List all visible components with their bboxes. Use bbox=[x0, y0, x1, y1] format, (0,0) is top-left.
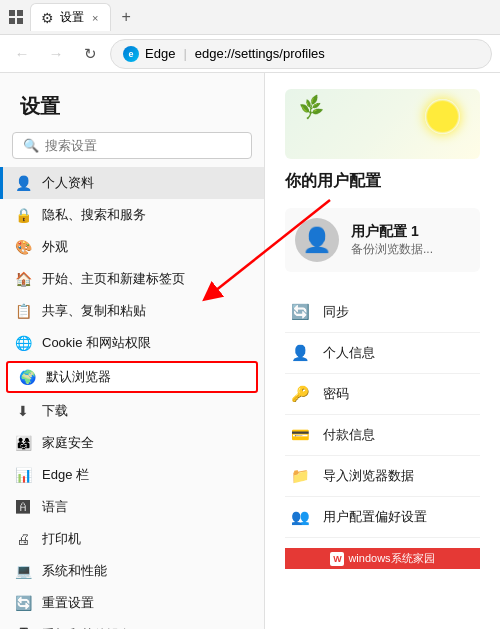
right-menu-list: 🔄 同步 👤 个人信息 🔑 密码 💳 付款信息 📁 导入浏览器数据 👥 用户配置… bbox=[285, 292, 480, 538]
sidebar-item-system[interactable]: 💻 系统和性能 bbox=[0, 555, 264, 587]
sidebar: 设置 🔍 👤 个人资料 🔒 隐私、搜索和服务 🎨 外观 🏠 开始、主页和新建标签… bbox=[0, 73, 265, 629]
sidebar-label-printer: 打印机 bbox=[42, 530, 252, 548]
gear-icon: ⚙ bbox=[41, 10, 54, 26]
right-menu-personal-info[interactable]: 👤 个人信息 bbox=[285, 333, 480, 374]
sidebar-label-newtab: 开始、主页和新建标签页 bbox=[42, 270, 252, 288]
payment-icon: 💳 bbox=[289, 424, 311, 446]
profile-banner: 🌿 bbox=[285, 89, 480, 159]
right-menu-sync[interactable]: 🔄 同步 bbox=[285, 292, 480, 333]
profile-info: 用户配置 1 备份浏览数据... bbox=[351, 223, 470, 258]
grid-icon bbox=[8, 9, 24, 25]
address-bar[interactable]: e Edge | edge://settings/profiles bbox=[110, 39, 492, 69]
address-brand: Edge bbox=[145, 46, 175, 61]
sidebar-item-printer[interactable]: 🖨 打印机 bbox=[0, 523, 264, 555]
personal-info-icon: 👤 bbox=[289, 342, 311, 364]
privacy-icon: 🔒 bbox=[14, 206, 32, 224]
right-panel-title: 你的用户配置 bbox=[285, 171, 480, 192]
family-icon: 👨‍👩‍👧 bbox=[14, 434, 32, 452]
prefs-icon: 👥 bbox=[289, 506, 311, 528]
newtab-icon: 🏠 bbox=[14, 270, 32, 288]
profile-card[interactable]: 👤 用户配置 1 备份浏览数据... bbox=[285, 208, 480, 272]
sun-decoration bbox=[425, 99, 460, 134]
reset-icon: 🔄 bbox=[14, 594, 32, 612]
svg-rect-3 bbox=[17, 18, 23, 24]
right-label-password: 密码 bbox=[323, 385, 476, 403]
right-label-import: 导入浏览器数据 bbox=[323, 467, 476, 485]
sidebar-title: 设置 bbox=[0, 73, 264, 132]
search-input[interactable] bbox=[45, 138, 241, 153]
sidebar-item-downloads[interactable]: ⬇ 下载 bbox=[0, 395, 264, 427]
sidebar-item-cookies[interactable]: 🌐 Cookie 和网站权限 bbox=[0, 327, 264, 359]
sidebar-label-share: 共享、复制和粘贴 bbox=[42, 302, 252, 320]
svg-rect-2 bbox=[9, 18, 15, 24]
sidebar-item-profile[interactable]: 👤 个人资料 bbox=[0, 167, 264, 199]
new-tab-button[interactable]: + bbox=[115, 8, 136, 26]
sidebar-label-profile: 个人资料 bbox=[42, 174, 252, 192]
refresh-button[interactable]: ↻ bbox=[76, 40, 104, 68]
svg-rect-1 bbox=[17, 10, 23, 16]
profile-icon: 👤 bbox=[14, 174, 32, 192]
tab-area: ⚙ 设置 × + bbox=[30, 3, 492, 31]
sidebar-label-edgebar: Edge 栏 bbox=[42, 466, 252, 484]
sidebar-label-default-browser: 默认浏览器 bbox=[46, 368, 246, 386]
cookies-icon: 🌐 bbox=[14, 334, 32, 352]
system-icon: 💻 bbox=[14, 562, 32, 580]
sidebar-item-newtab[interactable]: 🏠 开始、主页和新建标签页 bbox=[0, 263, 264, 295]
sidebar-item-appearance[interactable]: 🎨 外观 bbox=[0, 231, 264, 263]
sidebar-item-privacy[interactable]: 🔒 隐私、搜索和服务 bbox=[0, 199, 264, 231]
tab-close-button[interactable]: × bbox=[90, 12, 100, 24]
search-icon: 🔍 bbox=[23, 138, 39, 153]
watermark: W windows系统家园 bbox=[285, 548, 480, 569]
import-icon: 📁 bbox=[289, 465, 311, 487]
sync-icon: 🔄 bbox=[289, 301, 311, 323]
right-menu-password[interactable]: 🔑 密码 bbox=[285, 374, 480, 415]
downloads-icon: ⬇ bbox=[14, 402, 32, 420]
profile-sub: 备份浏览数据... bbox=[351, 241, 470, 258]
sidebar-item-share[interactable]: 📋 共享、复制和粘贴 bbox=[0, 295, 264, 327]
edgebar-icon: 📊 bbox=[14, 466, 32, 484]
sidebar-label-language: 语言 bbox=[42, 498, 252, 516]
profile-name: 用户配置 1 bbox=[351, 223, 470, 241]
sidebar-label-family: 家庭安全 bbox=[42, 434, 252, 452]
right-label-sync: 同步 bbox=[323, 303, 476, 321]
right-label-personal-info: 个人信息 bbox=[323, 344, 476, 362]
title-bar: ⚙ 设置 × + bbox=[0, 0, 500, 35]
sidebar-item-edgebar[interactable]: 📊 Edge 栏 bbox=[0, 459, 264, 491]
settings-tab[interactable]: ⚙ 设置 × bbox=[30, 3, 111, 31]
tab-label: 设置 bbox=[60, 9, 84, 26]
sidebar-label-downloads: 下载 bbox=[42, 402, 252, 420]
svg-rect-0 bbox=[9, 10, 15, 16]
share-icon: 📋 bbox=[14, 302, 32, 320]
sidebar-label-system: 系统和性能 bbox=[42, 562, 252, 580]
nav-bar: ← → ↻ e Edge | edge://settings/profiles bbox=[0, 35, 500, 73]
leaf-decoration: 🌿 bbox=[297, 94, 325, 122]
main-layout: 设置 🔍 👤 个人资料 🔒 隐私、搜索和服务 🎨 外观 🏠 开始、主页和新建标签… bbox=[0, 73, 500, 629]
right-menu-import[interactable]: 📁 导入浏览器数据 bbox=[285, 456, 480, 497]
sidebar-label-reset: 重置设置 bbox=[42, 594, 252, 612]
printer-icon: 🖨 bbox=[14, 530, 32, 548]
address-separator: | bbox=[183, 46, 186, 61]
forward-button[interactable]: → bbox=[42, 40, 70, 68]
window-controls bbox=[8, 9, 24, 25]
back-button[interactable]: ← bbox=[8, 40, 36, 68]
sidebar-label-cookies: Cookie 和网站权限 bbox=[42, 334, 252, 352]
sidebar-item-language[interactable]: 🅰 语言 bbox=[0, 491, 264, 523]
language-icon: 🅰 bbox=[14, 498, 32, 516]
sidebar-item-mobile[interactable]: 📱 手机和其他设备 bbox=[0, 619, 264, 629]
sidebar-label-appearance: 外观 bbox=[42, 238, 252, 256]
search-box[interactable]: 🔍 bbox=[12, 132, 252, 159]
watermark-text: windows系统家园 bbox=[348, 551, 434, 566]
right-label-prefs: 用户配置偏好设置 bbox=[323, 508, 476, 526]
password-icon: 🔑 bbox=[289, 383, 311, 405]
sidebar-item-default-browser[interactable]: 🌍 默认浏览器 bbox=[6, 361, 258, 393]
right-content: 🌿 你的用户配置 👤 用户配置 1 备份浏览数据... 🔄 同步 👤 个人信息 … bbox=[285, 89, 480, 569]
address-path: edge://settings/profiles bbox=[195, 46, 325, 61]
right-menu-prefs[interactable]: 👥 用户配置偏好设置 bbox=[285, 497, 480, 538]
right-label-payment: 付款信息 bbox=[323, 426, 476, 444]
sidebar-item-reset[interactable]: 🔄 重置设置 bbox=[0, 587, 264, 619]
appearance-icon: 🎨 bbox=[14, 238, 32, 256]
right-menu-payment[interactable]: 💳 付款信息 bbox=[285, 415, 480, 456]
right-panel: 🌿 你的用户配置 👤 用户配置 1 备份浏览数据... 🔄 同步 👤 个人信息 … bbox=[265, 73, 500, 629]
sidebar-item-family[interactable]: 👨‍👩‍👧 家庭安全 bbox=[0, 427, 264, 459]
watermark-icon: W bbox=[330, 552, 344, 566]
